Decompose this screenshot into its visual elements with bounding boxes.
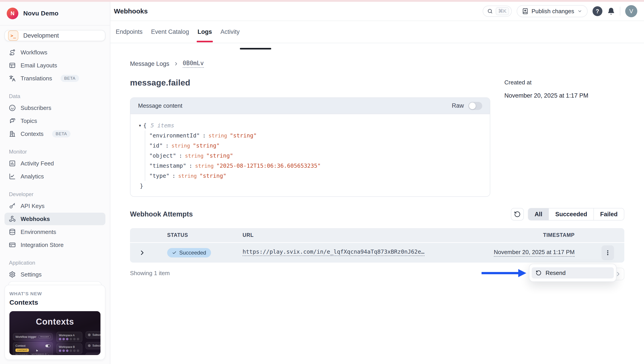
chevron-right-icon xyxy=(174,61,179,67)
json-type: string xyxy=(195,163,214,169)
sidebar-item-subscribers[interactable]: Subscribers xyxy=(4,102,106,114)
sidebar-item-label: Webhooks xyxy=(20,216,50,222)
sidebar-item-contexts[interactable]: Contexts BETA xyxy=(4,128,106,140)
refresh-icon xyxy=(514,211,521,218)
sidebar-item-api-keys[interactable]: API Keys xyxy=(4,200,106,212)
sidebar-item-label: Topics xyxy=(20,118,37,125)
column-timestamp: TIMESTAMP xyxy=(486,232,591,238)
languages-icon xyxy=(9,75,16,82)
user-avatar[interactable]: V xyxy=(625,5,637,17)
sidebar-item-label: API Keys xyxy=(20,203,44,210)
subscriber-label: Subscriber xyxy=(92,344,100,347)
status-badge: Succeeded xyxy=(167,248,211,257)
sidebar-item-email-layouts[interactable]: Email Layouts xyxy=(4,59,106,72)
collapse-triangle-icon[interactable]: ▼ xyxy=(139,124,141,128)
environment-switcher[interactable]: >_ Development xyxy=(4,30,106,41)
message-content-card: Message content Raw ▼ { 5 items xyxy=(130,97,490,197)
context-chip: context xyxy=(16,348,29,352)
sidebar-item-environments[interactable]: Environments xyxy=(4,226,106,238)
tab-logs[interactable]: Logs xyxy=(198,21,212,43)
divider xyxy=(620,7,620,16)
json-value: "string" xyxy=(193,142,220,149)
sidebar-section-application: Application xyxy=(4,260,106,266)
sidebar-item-webhooks[interactable]: Webhooks xyxy=(4,213,106,225)
whats-new-title: Contexts xyxy=(10,299,100,306)
sidebar-item-workflows[interactable]: Workflows xyxy=(4,46,106,59)
mini-toggle xyxy=(46,344,50,347)
breadcrumb-message-logs[interactable]: Message Logs xyxy=(130,61,170,67)
org-switcher[interactable]: N Novu Demo xyxy=(0,2,110,26)
search-icon xyxy=(487,8,493,14)
filter-succeeded[interactable]: Succeeded xyxy=(548,208,594,220)
expand-row-chevron-icon[interactable] xyxy=(130,250,161,256)
sidebar-item-activity-feed[interactable]: Activity Feed xyxy=(4,157,106,170)
tab-event-catalog[interactable]: Event Catalog xyxy=(151,21,189,43)
panel-title: Workflow trigger xyxy=(16,335,36,338)
webhook-icon xyxy=(9,216,16,222)
terminal-icon: >_ xyxy=(8,31,18,41)
row-kebab-menu-icon[interactable] xyxy=(602,245,614,260)
smile-face-icon xyxy=(9,105,16,111)
webhook-url-link[interactable]: https://play.svix.com/in/e_lqfXqcna94aTq… xyxy=(242,248,424,256)
workspace-label: Workspace B xyxy=(59,345,75,348)
json-colon: : xyxy=(179,152,182,159)
publish-changes-label: Publish changes xyxy=(532,8,574,15)
whats-new-card[interactable]: WHAT'S NEW Contexts Contexts Workflow tr… xyxy=(4,285,106,360)
breadcrumb-message-id[interactable]: 0B0mLv xyxy=(183,60,204,68)
created-at-value: November 20, 2025 at 1:17 PM xyxy=(504,92,588,99)
json-type: string xyxy=(185,153,204,159)
timestamp-link[interactable]: November 20, 2025 at 1:17 PM xyxy=(494,249,575,257)
json-field: "type":string"string" xyxy=(149,171,481,181)
sidebar-item-label: Email Layouts xyxy=(20,62,57,69)
panel-title: Context xyxy=(16,344,26,347)
line-chart-icon xyxy=(9,173,16,180)
sidebar-item-translations[interactable]: Translations BETA xyxy=(4,72,106,85)
webhook-attempts-header: Webhook Attempts All Succeeded Failed xyxy=(130,208,624,220)
sidebar-item-topics[interactable]: Topics xyxy=(4,115,106,127)
resend-menu-label: Resend xyxy=(546,269,566,276)
refresh-button[interactable] xyxy=(511,208,524,220)
json-value: "string" xyxy=(206,152,233,159)
whats-new-media[interactable]: Contexts Workflow trigger TRIGGER Contex… xyxy=(10,311,100,355)
filter-all[interactable]: All xyxy=(528,208,549,220)
message-left-column: message.failed Message content Raw ▼ xyxy=(130,78,490,197)
notifications-bell-icon[interactable] xyxy=(607,8,615,15)
whats-new-label: WHAT'S NEW xyxy=(10,291,100,296)
search-button[interactable]: ⌘K xyxy=(483,6,512,17)
database-icon xyxy=(9,229,16,235)
sidebar-nav: Workflows Email Layouts Translations BET… xyxy=(0,41,110,281)
workflows-icon xyxy=(9,49,16,56)
created-at-block: Created at November 20, 2025 at 1:17 PM xyxy=(504,78,588,99)
json-colon: : xyxy=(172,173,176,179)
sidebar-item-integration-store[interactable]: Integration Store xyxy=(4,239,106,251)
subscriber-label: Subscriber xyxy=(92,355,100,355)
help-button[interactable]: ? xyxy=(592,6,602,16)
sidebar-item-label: Settings xyxy=(20,271,42,278)
sidebar-item-label: Translations xyxy=(20,75,52,82)
publish-changes-button[interactable]: Publish changes xyxy=(517,5,588,17)
cursor-icon xyxy=(35,349,40,354)
sidebar-item-analytics[interactable]: Analytics xyxy=(4,170,106,183)
filter-failed[interactable]: Failed xyxy=(594,208,624,220)
keyboard-shortcut: ⌘K xyxy=(496,7,509,15)
tab-endpoints[interactable]: Endpoints xyxy=(116,21,142,43)
chat-bubble-icon xyxy=(9,118,16,124)
row-context-menu: Resend xyxy=(529,264,616,282)
sidebar-item-settings[interactable]: Settings xyxy=(4,268,106,281)
raw-toggle[interactable] xyxy=(468,102,482,110)
tab-activity[interactable]: Activity xyxy=(220,21,240,43)
sidebar-item-label: Workflows xyxy=(20,49,47,56)
json-key: "id" xyxy=(149,142,163,149)
annotation-arrow-icon xyxy=(482,268,526,279)
json-root-line[interactable]: ▼ { 5 items xyxy=(139,120,481,131)
raw-toggle-label: Raw xyxy=(452,102,464,109)
layout-icon xyxy=(9,62,16,69)
json-type: string xyxy=(178,173,197,179)
json-key: "type" xyxy=(149,173,170,179)
sidebar-section-data: Data xyxy=(4,93,106,99)
app-root: N Novu Demo >_ Development Workflows Ema… xyxy=(0,2,644,364)
open-brace: { xyxy=(143,122,146,129)
resend-menu-item[interactable]: Resend xyxy=(532,267,614,278)
json-type: string xyxy=(208,133,227,139)
attempts-controls: All Succeeded Failed xyxy=(511,208,624,220)
